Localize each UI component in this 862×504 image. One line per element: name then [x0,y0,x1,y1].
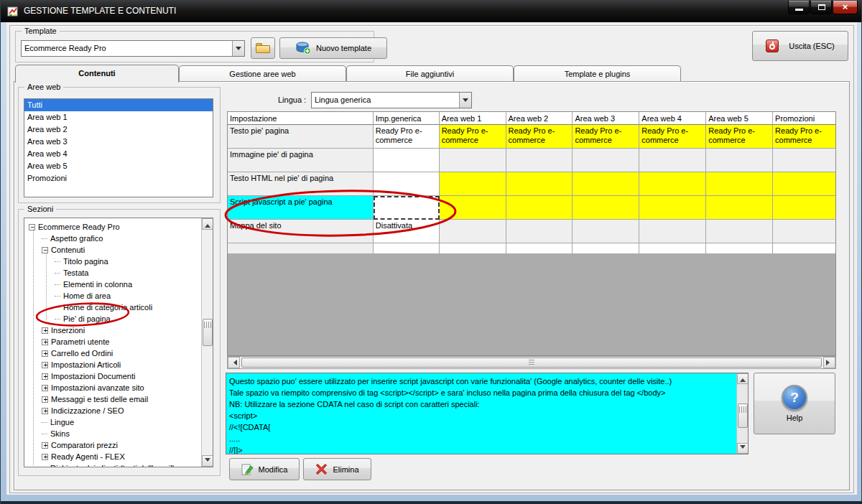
collapse-icon[interactable]: − [29,224,35,230]
row-label-cell[interactable] [228,243,374,253]
tree-item-pie-di-pagina[interactable]: Pie' di pagina [24,313,111,325]
scrollbar-thumb[interactable] [738,403,748,428]
area-value-cell[interactable] [773,172,835,196]
maximize-button[interactable] [810,1,832,14]
scrollbar-thumb[interactable] [241,358,822,368]
focused-edit-cell[interactable] [374,196,440,220]
row-label-cell[interactable]: Mappa del sito [228,220,374,243]
tree-item-messaggi-email[interactable]: +Messaggi e testi delle email [24,393,148,405]
area-value-cell[interactable] [573,172,639,196]
area-value-cell[interactable]: Ready Pro e-commerce [440,125,506,149]
area-value-cell[interactable] [706,149,773,172]
area-value-cell[interactable] [773,220,835,243]
tree-item-home-di-categoria-articoli[interactable]: Home di categoria articoli [24,302,152,313]
tree-item-comparatori-prezzi[interactable]: +Comparatori prezzi [24,439,118,451]
tree-item-ecommerce-ready-pro[interactable]: −Ecommerce Ready Pro [24,221,120,233]
scroll-left-button[interactable] [228,357,240,368]
generic-value-cell[interactable]: Disattivata [374,220,440,243]
exit-button[interactable]: Uscita (ESC) [752,31,848,61]
area-value-cell[interactable] [573,243,639,253]
area-value-cell[interactable] [639,172,706,196]
row-label-cell[interactable]: Immagine pie' di pagina [228,149,374,172]
tree-item-ready-agenti-flex[interactable]: +Ready Agenti - FLEX [24,451,125,462]
tree-item-home-di-area[interactable]: Home di area [24,290,111,302]
row-label-cell-highlighted[interactable]: Script javascript a pie' pagina [228,196,374,220]
list-item-tutti[interactable]: Tutti [24,99,213,111]
tree-item-elementi-in-colonna[interactable]: Elementi in colonna [24,279,132,290]
modifica-button[interactable]: Modifica [229,458,300,480]
expand-icon[interactable]: + [42,385,48,391]
area-value-cell[interactable] [773,196,835,220]
area-value-cell[interactable] [506,243,573,253]
expand-icon[interactable]: + [42,408,48,414]
area-value-cell[interactable] [706,172,773,196]
area-value-cell[interactable] [639,243,706,253]
generic-value-cell[interactable] [374,243,440,253]
generic-value-cell[interactable] [374,172,440,196]
area-value-cell[interactable] [506,149,573,172]
tree-item-parametri-utente[interactable]: +Parametri utente [24,336,109,347]
tree-item-inserzioni[interactable]: +Inserzioni [24,325,85,336]
area-value-cell[interactable] [773,149,835,172]
area-value-cell[interactable] [440,220,506,243]
help-scrollbar[interactable] [736,373,748,454]
elimina-button[interactable]: Elimina [303,458,371,480]
scroll-up-button[interactable] [202,218,213,230]
grid-horizontal-scrollbar[interactable] [227,356,836,369]
scroll-right-button[interactable] [823,357,835,368]
list-item-area-web-3[interactable]: Area web 3 [24,136,213,148]
area-value-cell[interactable] [506,220,573,243]
area-value-cell[interactable] [573,196,639,220]
area-value-cell[interactable] [639,196,706,220]
script-help-textbox[interactable]: Questo spazio puo' essere utilizzato per… [226,373,749,454]
tree-item-carrello-ed-ordini[interactable]: +Carrello ed Ordini [24,347,113,359]
row-label-cell[interactable]: Testo HTML nel pie' di pagina [228,172,374,196]
area-value-cell[interactable]: Ready Pro e-commerce [639,125,706,149]
scroll-down-button[interactable] [737,443,749,454]
scroll-down-button[interactable] [202,455,213,467]
area-value-cell[interactable]: Ready Pro e-commerce [573,125,639,149]
template-combo-dropdown[interactable] [232,41,244,56]
expand-icon[interactable]: + [42,442,48,449]
template-combobox[interactable]: Ecommerce Ready Pro [21,40,245,57]
minimize-button[interactable] [788,1,810,14]
tab-gestione-aree-web[interactable]: Gestione aree web [179,65,346,82]
area-value-cell[interactable]: Ready Pro e-commerce [706,125,773,149]
expand-icon[interactable]: + [42,327,48,334]
list-item-area-web-5[interactable]: Area web 5 [24,160,213,172]
area-value-cell[interactable] [440,172,506,196]
row-label-cell[interactable]: Testo pie' pagina [228,125,374,149]
list-item-area-web-4[interactable]: Area web 4 [24,148,213,160]
tree-item-titolo-pagina[interactable]: Titolo pagina [24,256,108,267]
area-value-cell[interactable] [773,243,835,253]
list-item-area-web-2[interactable]: Area web 2 [24,123,213,136]
lingua-combobox[interactable]: Lingua generica [311,92,472,108]
tree-item-aspetto-grafico[interactable]: Aspetto grafico [24,233,103,244]
area-value-cell[interactable] [706,243,773,253]
open-template-button[interactable] [251,37,275,59]
list-item-area-web-1[interactable]: Area web 1 [24,111,213,123]
expand-icon[interactable]: + [42,362,48,368]
area-value-cell[interactable] [440,196,506,220]
expand-icon[interactable]: + [42,350,48,357]
close-button[interactable]: × [833,1,858,14]
tab-template-plugins[interactable]: Template e plugins [514,65,681,82]
scroll-up-button[interactable] [737,373,749,384]
tree-item-contenuti[interactable]: −Contenuti [24,244,85,256]
area-value-cell[interactable] [706,220,773,243]
generic-value-cell[interactable] [374,149,440,172]
tree-item-skins[interactable]: Skins [24,428,70,439]
list-item-promozioni[interactable]: Promozioni [24,172,213,185]
help-button[interactable]: ? Help [754,373,835,434]
new-template-button[interactable]: Nuovo template [279,37,387,59]
tree-item-impostazioni-documenti[interactable]: +Impostazioni Documenti [24,370,135,382]
tree-item-impostazioni-avanzate-sito[interactable]: +Impostazioni avanzate sito [24,382,144,393]
expand-icon[interactable]: + [42,454,48,460]
tree-item-indicizzazione-seo[interactable]: +Indicizzazione / SEO [24,405,124,416]
area-value-cell[interactable] [506,196,573,220]
expand-icon[interactable]: + [42,373,48,380]
expand-icon[interactable]: + [42,396,48,403]
area-value-cell[interactable] [573,220,639,243]
area-value-cell[interactable]: Ready Pro e-commerce [506,125,573,149]
area-value-cell[interactable] [706,196,773,220]
